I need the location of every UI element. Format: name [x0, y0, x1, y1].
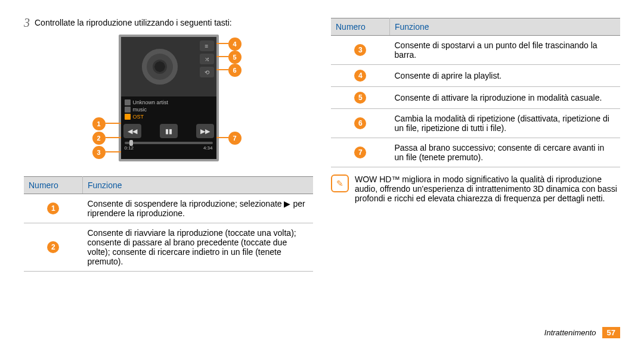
playlist-icon: ≡	[200, 40, 214, 51]
row-desc: Consente di sospendere la riproduzione; …	[83, 194, 314, 223]
note-icon: ✎	[331, 174, 349, 192]
callout-6: 6	[228, 64, 242, 77]
note-block: ✎ WOW HD™ migliora in modo significativo…	[331, 174, 620, 203]
table-row: 5 Consente di attivare la riproduzione i…	[331, 87, 620, 109]
row-desc: Consente di riavviare la riproduzione (t…	[83, 223, 314, 272]
col-num-header: Numero	[24, 177, 83, 194]
row-desc: Cambia la modalità di ripetizione (disat…	[390, 109, 621, 138]
row-num: 7	[354, 147, 366, 158]
row-num: 2	[47, 241, 59, 253]
callout-5: 5	[228, 51, 242, 64]
artist-label: Unknown artist	[133, 99, 169, 105]
col-num-header: Numero	[331, 18, 390, 36]
artist-icon	[125, 99, 131, 105]
forward-icon: ▶▶	[196, 124, 214, 138]
row-num: 3	[354, 44, 366, 56]
table-row: 1 Consente di sospendere la riproduzione…	[24, 194, 313, 223]
section-name: Intrattenimento	[544, 328, 596, 337]
row-desc: Consente di attivare la riproduzione in …	[390, 87, 621, 109]
repeat-icon: ⟲	[200, 67, 214, 77]
row-num: 6	[354, 117, 366, 129]
row-num: 5	[354, 92, 366, 104]
table-row: 4 Consente di aprire la playlist.	[331, 65, 620, 87]
table-row: 2 Consente di riavviare la riproduzione …	[24, 223, 313, 272]
page-footer: Intrattenimento 57	[544, 327, 620, 338]
page-number: 57	[602, 327, 620, 338]
col-fn-header: Funzione	[390, 18, 621, 36]
callout-7: 7	[228, 132, 242, 145]
rewind-icon: ◀◀	[123, 124, 141, 138]
player-illustration: ≡ ⤭ ⟲ Unknown artist music OST ◀◀ ▮▮ ▶▶	[91, 35, 246, 166]
functions-table-right: Numero Funzione 3 Consente di spostarvi …	[331, 18, 620, 167]
row-desc: Consente di aprire la playlist.	[390, 65, 621, 87]
note-text: WOW HD™ migliora in modo significativo l…	[355, 174, 620, 203]
progress-bar	[125, 142, 213, 144]
row-num: 4	[354, 70, 366, 82]
callout-2: 2	[92, 132, 106, 145]
step-number: 3	[24, 17, 30, 29]
callout-4: 4	[228, 38, 242, 51]
album-label: music	[133, 107, 147, 113]
time-elapsed: 0:12	[125, 145, 134, 151]
album-art-icon	[142, 49, 178, 85]
row-desc: Consente di spostarvi a un punto del fil…	[390, 36, 621, 65]
col-fn-header: Funzione	[83, 177, 314, 194]
row-desc: Passa al brano successivo; consente di c…	[390, 138, 621, 167]
table-row: 7 Passa al brano successivo; consente di…	[331, 138, 620, 167]
track-icon	[125, 114, 131, 120]
row-num: 1	[47, 202, 59, 214]
album-icon	[125, 107, 131, 113]
table-row: 3 Consente di spostarvi a un punto del f…	[331, 36, 620, 65]
pause-icon: ▮▮	[160, 124, 178, 138]
time-total: 4:34	[203, 145, 213, 151]
callout-1: 1	[92, 117, 106, 130]
table-row: 6 Cambia la modalità di ripetizione (dis…	[331, 109, 620, 138]
callout-3: 3	[92, 146, 106, 159]
functions-table-left: Numero Funzione 1 Consente di sospendere…	[24, 176, 313, 272]
shuffle-icon: ⤭	[200, 54, 214, 64]
track-label: OST	[133, 114, 144, 120]
step-text: Controllate la riproduzione utilizzando …	[35, 18, 313, 27]
